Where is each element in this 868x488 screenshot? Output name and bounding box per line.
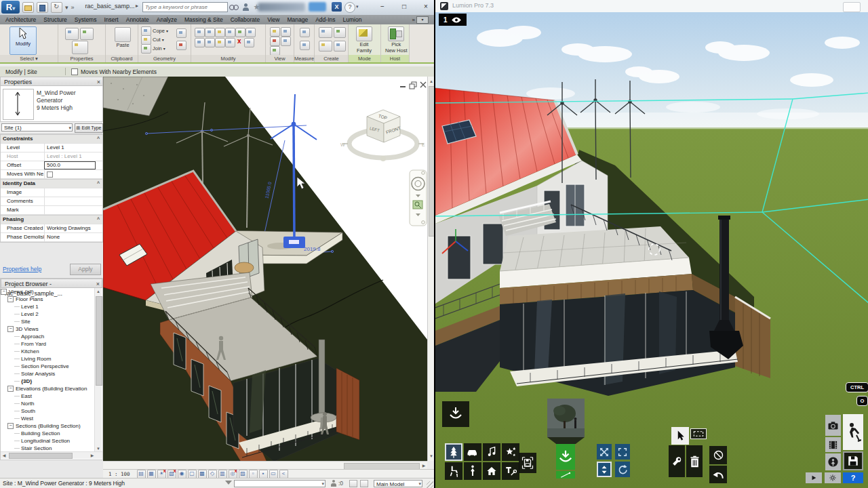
- close-icon[interactable]: ×: [97, 77, 100, 87]
- category-nature-button[interactable]: [445, 443, 462, 461]
- minimize-button[interactable]: −: [374, 1, 391, 13]
- moves-with-nearby-checkbox[interactable]: [71, 68, 78, 75]
- close-button[interactable]: ×: [418, 1, 434, 13]
- ribbon-tab[interactable]: Collaborate: [231, 16, 260, 23]
- tree-expander-icon[interactable]: −: [7, 326, 14, 332]
- marquee-select-tab[interactable]: [690, 428, 707, 439]
- place-confirm-button[interactable]: [556, 444, 575, 470]
- browser-tree-item[interactable]: − {3D}: [1, 378, 96, 385]
- section-collapse-icon[interactable]: ^: [97, 135, 100, 143]
- resize-grip[interactable]: [427, 481, 433, 488]
- save-scene-button[interactable]: [843, 451, 863, 470]
- ribbon-tab[interactable]: Structure: [43, 16, 67, 23]
- ribbon-display-toggle[interactable]: ▾: [416, 16, 429, 24]
- change-height-button[interactable]: [597, 462, 612, 477]
- panel-label-geometry[interactable]: Geometry: [138, 55, 191, 62]
- context-tools-button[interactable]: [669, 445, 685, 477]
- panel-label-properties[interactable]: Properties: [58, 55, 105, 62]
- panorama-mode-button[interactable]: [825, 453, 841, 470]
- exclude-options-icon[interactable]: [349, 480, 357, 487]
- copy-icon[interactable]: [195, 38, 205, 47]
- ribbon-tab[interactable]: Systems: [75, 16, 97, 23]
- title-arrow-icon[interactable]: ▸: [136, 3, 138, 9]
- qat-expand-icon[interactable]: »: [71, 4, 75, 11]
- property-row[interactable]: Level Level 1 ^: [1, 144, 102, 152]
- browser-tree-item[interactable]: − Kitchen: [1, 348, 96, 355]
- geometry-tool-icon[interactable]: [176, 28, 186, 38]
- property-value[interactable]: Level 1: [44, 144, 96, 152]
- cancel-selection-button[interactable]: [709, 446, 727, 464]
- navigation-bar[interactable]: [410, 170, 427, 226]
- panel-label-create[interactable]: Create: [315, 55, 348, 62]
- project-browser-header[interactable]: Project Browser - rac_basic_sample_... ×: [1, 279, 102, 288]
- place-object-button[interactable]: [442, 401, 469, 427]
- cut-tool[interactable]: Cut▾: [141, 35, 168, 44]
- align-icon[interactable]: [195, 28, 205, 37]
- cope-tool[interactable]: Cope▾: [141, 26, 168, 35]
- movie-mode-button[interactable]: [825, 437, 841, 452]
- property-row[interactable]: Mark ^: [1, 206, 102, 215]
- nail-tool-button[interactable]: [556, 471, 575, 479]
- photo-mode-button[interactable]: [825, 415, 841, 436]
- delete-object-button[interactable]: [686, 445, 703, 477]
- panel-label-host[interactable]: Host: [381, 55, 409, 62]
- panel-label-clipboard[interactable]: Clipboard: [106, 55, 138, 62]
- delete-icon[interactable]: [235, 39, 244, 47]
- browser-tree-item[interactable]: − South: [1, 407, 96, 415]
- ribbon-tab[interactable]: Insert: [104, 16, 118, 23]
- browser-tree-item[interactable]: − Building Section: [1, 430, 96, 437]
- modify-tool-button[interactable]: Modify: [9, 26, 37, 55]
- measure-icon[interactable]: [300, 28, 310, 37]
- property-value[interactable]: [44, 206, 96, 214]
- view-scale-button[interactable]: 1 : 100: [108, 471, 130, 477]
- drawing-area[interactable]: 11065.0 2019.8: [103, 77, 427, 461]
- view-tool-icon[interactable]: [281, 37, 291, 46]
- property-row[interactable]: Phase Created Working Drawings ^: [1, 224, 102, 233]
- panel-label-mode[interactable]: Mode: [349, 55, 380, 62]
- properties-help-link[interactable]: Properties help: [3, 266, 41, 272]
- property-value[interactable]: None: [44, 233, 96, 241]
- save-icon[interactable]: [37, 2, 48, 13]
- pick-new-host-button[interactable]: PickNew Host: [385, 26, 408, 54]
- offset-icon[interactable]: [205, 28, 215, 37]
- type-selector[interactable]: M_Wind PowerGenerator9 Meters High: [0, 86, 103, 122]
- undo-button[interactable]: [709, 466, 727, 483]
- section-collapse-icon[interactable]: ^: [97, 180, 100, 188]
- browser-tree-item[interactable]: − Sections (Building Section): [1, 422, 96, 430]
- paste-button[interactable]: Paste: [115, 27, 131, 48]
- apply-button[interactable]: Apply: [70, 264, 101, 275]
- ribbon-tab[interactable]: Manage: [287, 16, 308, 23]
- maximize-button[interactable]: □: [396, 1, 412, 13]
- browser-tree-item[interactable]: − Floor Plans: [1, 296, 96, 303]
- properties-header[interactable]: Properties ×: [0, 77, 103, 86]
- browser-tree-item[interactable]: − Site: [1, 318, 96, 325]
- build-mode-button[interactable]: [843, 414, 863, 450]
- exchange-apps-icon[interactable]: X: [332, 2, 342, 12]
- filter-icon[interactable]: [225, 481, 232, 485]
- property-row[interactable]: Phasing ^: [1, 215, 102, 224]
- scale-icon[interactable]: [225, 38, 235, 47]
- geometry-tool-icon[interactable]: [176, 41, 186, 50]
- create-group-icon[interactable]: [319, 27, 332, 38]
- property-row[interactable]: Image ^: [1, 188, 102, 197]
- browser-tree-item[interactable]: − Approach: [1, 333, 96, 340]
- ribbon-tab[interactable]: Architecture: [5, 16, 36, 23]
- properties-palette-icon[interactable]: [72, 41, 88, 54]
- join-tool[interactable]: Join▾: [141, 44, 168, 53]
- array-icon[interactable]: [215, 38, 225, 47]
- ribbon-tab[interactable]: View: [267, 16, 279, 23]
- browser-tree-item[interactable]: − North: [1, 400, 96, 407]
- help-dropdown-icon[interactable]: ▾: [356, 4, 359, 9]
- browser-tree-item[interactable]: − Living Room: [1, 355, 96, 363]
- browser-tree-item[interactable]: − West: [1, 415, 96, 422]
- category-character-button[interactable]: [464, 462, 481, 480]
- tree-expander-icon[interactable]: −: [7, 296, 14, 302]
- browser-tree-item[interactable]: − Section Perspective: [1, 363, 96, 370]
- ribbon-tab[interactable]: Massing & Site: [184, 16, 223, 23]
- search-input[interactable]: [142, 2, 228, 12]
- property-value[interactable]: Working Drawings: [44, 224, 96, 232]
- element-filter-dropdown[interactable]: Site (1)▾: [1, 123, 73, 131]
- revit-app-button[interactable]: R▾: [1, 1, 20, 14]
- property-checkbox[interactable]: [47, 171, 53, 178]
- sign-in-icon[interactable]: [241, 2, 251, 12]
